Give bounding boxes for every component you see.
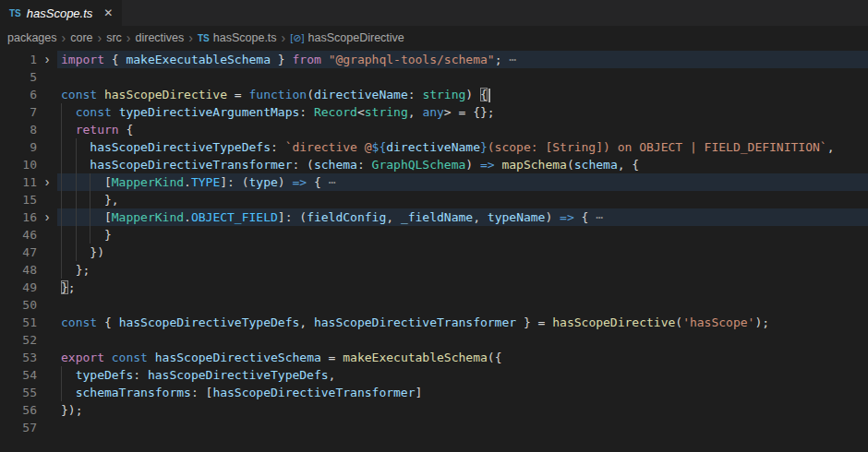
code-token: type	[249, 175, 278, 189]
code-line[interactable]: 55 schemaTransforms: [hasScopeDirectiveT…	[0, 384, 868, 401]
code-line[interactable]: 8 return {	[0, 121, 868, 138]
symbol-variable-icon: [⊘]	[290, 32, 304, 44]
breadcrumb-item-src[interactable]: src	[106, 31, 122, 44]
code-token	[148, 351, 155, 364]
code-line[interactable]: 48 };	[0, 261, 868, 279]
code-line[interactable]: 52	[0, 331, 868, 349]
code-token: MapperKind	[112, 210, 184, 224]
code-token: ;	[495, 53, 510, 66]
code-line[interactable]: 9 hasScopeDirectiveTypeDefs: `directive …	[0, 138, 868, 156]
tab-hasscope-ts[interactable]: TS hasScope.ts ✕	[0, 0, 122, 26]
code-token: hasScopeDirectiveTransformer	[314, 315, 516, 329]
code-line[interactable]: 6const hasScopeDirective = function(dire…	[0, 86, 868, 103]
code-token: .	[184, 210, 191, 224]
code-line[interactable]: 49};	[0, 279, 868, 296]
code-token	[321, 53, 329, 66]
code-line[interactable]: 47 })	[0, 244, 868, 261]
line-number: 49	[0, 279, 37, 296]
code-token: (scope: [String]) on OBJECT | FIELD_DEFI…	[488, 140, 827, 154]
code-token: {	[119, 123, 134, 137]
code-token: (	[307, 88, 314, 101]
code-token: schema	[314, 158, 357, 172]
code-content: const typeDirectiveArgumentMaps: Record<…	[57, 103, 868, 121]
breadcrumb-item-hasscopedirective[interactable]: [⊘]hasScopeDirective	[290, 31, 404, 44]
fold-chevron-icon[interactable]: ›	[37, 208, 57, 226]
code-line[interactable]: 57	[0, 419, 868, 436]
code-token: );	[754, 315, 769, 329]
code-token: =>	[480, 158, 495, 172]
code-content: [MapperKind.TYPE]: (type) => { ⋯	[57, 173, 868, 191]
code-token: ,	[827, 140, 835, 154]
gutter: 53	[0, 349, 57, 366]
code-content	[57, 296, 868, 314]
code-token: 'hasScope'	[682, 315, 754, 329]
code-token: .	[184, 175, 191, 189]
code-line[interactable]: 7 const typeDirectiveArgumentMaps: Recor…	[0, 103, 868, 121]
code-token: import	[61, 53, 104, 66]
indent-guide	[61, 226, 62, 244]
gutter: 10	[0, 156, 57, 173]
code-token: schema	[574, 158, 618, 172]
code-token: directiveName	[314, 88, 408, 101]
code-line[interactable]: 5	[0, 68, 868, 86]
indent-guide	[90, 208, 90, 226]
code-token: ;	[68, 280, 76, 294]
code-token: =	[227, 88, 248, 101]
code-line[interactable]: 51const { hasScopeDirectiveTypeDefs, has…	[0, 314, 868, 331]
code-token: hasScopeDirectiveTypeDefs	[148, 368, 329, 382]
folded-code-ellipsis[interactable]: ⋯	[509, 53, 516, 66]
code-line[interactable]: 11› [MapperKind.TYPE]: (type) => { ⋯	[0, 173, 868, 191]
indent-guide	[61, 366, 62, 384]
code-line[interactable]: 53export const hasScopeDirectiveSchema =…	[0, 349, 868, 366]
gutter: 7	[0, 103, 57, 121]
indent-guide	[90, 226, 90, 244]
code-line[interactable]: 1›import { makeExecutableSchema } from "…	[0, 51, 868, 68]
code-token: , {	[618, 158, 639, 172]
close-icon[interactable]: ✕	[103, 6, 113, 19]
code-line[interactable]: 46 }	[0, 226, 868, 244]
code-line[interactable]: 56});	[0, 401, 868, 419]
code-content: schemaTransforms: [hasScopeDirectiveTran…	[57, 384, 868, 401]
code-token: makeExecutableSchema	[343, 351, 488, 364]
code-token: :	[133, 368, 148, 382]
code-token: return	[76, 123, 119, 137]
indent-guide	[76, 244, 77, 261]
code-token: hasScopeDirectiveTransformer	[90, 158, 292, 172]
code-token: hasScopeDirectiveTypeDefs	[119, 315, 300, 329]
code-token: }	[271, 53, 292, 66]
code-content: hasScopeDirectiveTransformer: (schema: G…	[57, 156, 868, 173]
code-content: })	[57, 244, 868, 261]
fold-chevron-icon[interactable]: ›	[37, 51, 57, 68]
code-token: =>	[293, 175, 307, 189]
folded-code-ellipsis[interactable]: ⋯	[596, 210, 603, 224]
code-line[interactable]: 50	[0, 296, 868, 314]
breadcrumb-item-directives[interactable]: directives	[136, 31, 185, 44]
code-content: },	[57, 191, 868, 208]
indent-guide	[61, 173, 62, 191]
code-line[interactable]: 10 hasScopeDirectiveTransformer: (schema…	[0, 156, 868, 173]
code-line[interactable]: 54 typeDefs: hasScopeDirectiveTypeDefs,	[0, 366, 868, 384]
line-number: 52	[0, 331, 37, 349]
code-token: ,	[408, 105, 423, 119]
code-line[interactable]: 15 },	[0, 191, 868, 208]
code-token	[61, 105, 76, 119]
code-content	[57, 68, 868, 86]
breadcrumb-label: hasScopeDirective	[308, 31, 404, 44]
fold-chevron-icon[interactable]: ›	[37, 173, 57, 191]
breadcrumb-item-core[interactable]: core	[70, 31, 92, 44]
breadcrumb-item-packages[interactable]: packages	[7, 31, 57, 44]
breadcrumb-item-hasscope-ts[interactable]: TShasScope.ts	[198, 31, 277, 44]
code-line[interactable]: 16› [MapperKind.OBJECT_FIELD]: (fieldCon…	[0, 208, 868, 226]
folded-code-ellipsis[interactable]: ⋯	[329, 175, 336, 189]
code-token: typeDefs	[76, 368, 134, 382]
code-content: export const hasScopeDirectiveSchema = m…	[57, 349, 868, 366]
code-token	[112, 105, 119, 119]
code-token: "@graphql-tools/schema"	[329, 53, 495, 66]
breadcrumb-label: src	[106, 31, 122, 44]
code-token: {	[104, 53, 126, 66]
code-token: hasScopeDirectiveTypeDefs	[90, 140, 271, 154]
indent-guide	[76, 173, 77, 191]
code-content: typeDefs: hasScopeDirectiveTypeDefs,	[57, 366, 868, 384]
code-content: });	[57, 401, 868, 419]
code-token: typeDirectiveArgumentMaps	[119, 105, 300, 119]
